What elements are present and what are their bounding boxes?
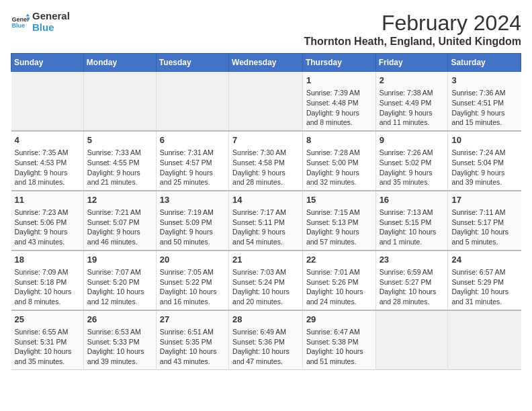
cell-text: Daylight: 10 hours (232, 347, 299, 357)
cell-text: Sunset: 5:15 PM (380, 218, 445, 228)
cell-text: and 18 minutes. (15, 177, 80, 187)
subtitle: Thornton Heath, England, United Kingdom (304, 36, 521, 48)
cell-text: Daylight: 10 hours (306, 287, 372, 297)
cell-text: Daylight: 10 hours (160, 347, 225, 357)
calendar-cell: 23Sunrise: 6:59 AMSunset: 5:27 PMDayligh… (375, 250, 448, 310)
cell-text: and 32 minutes. (306, 177, 372, 187)
svg-text:General: General (11, 15, 30, 22)
cell-text: Sunrise: 7:33 AM (87, 148, 152, 158)
calendar-cell: 15Sunrise: 7:15 AMSunset: 5:13 PMDayligh… (302, 191, 375, 250)
day-number: 23 (380, 254, 445, 266)
cell-text: Sunrise: 7:05 AM (160, 267, 225, 277)
cell-text: Sunrise: 7:07 AM (87, 267, 152, 277)
calendar-cell (375, 310, 448, 369)
cell-text: Sunset: 5:31 PM (15, 337, 80, 347)
header-row: SundayMondayTuesdayWednesdayThursdayFrid… (11, 54, 521, 72)
cell-text: Sunset: 4:55 PM (87, 158, 152, 168)
day-number: 21 (232, 254, 299, 266)
day-number: 12 (87, 194, 152, 206)
cell-text: Sunrise: 7:03 AM (232, 267, 299, 277)
cell-text: Sunset: 5:02 PM (380, 158, 445, 168)
header-thursday: Thursday (302, 54, 375, 72)
day-number: 22 (306, 254, 372, 266)
calendar-cell: 12Sunrise: 7:21 AMSunset: 5:07 PMDayligh… (83, 191, 156, 250)
cell-text: Sunrise: 7:26 AM (380, 148, 445, 158)
cell-text: Sunset: 4:49 PM (380, 98, 445, 108)
day-number: 6 (160, 134, 225, 146)
cell-text: and 50 minutes. (160, 237, 225, 247)
cell-text: Sunset: 5:09 PM (160, 218, 225, 228)
svg-marker-2 (26, 13, 30, 16)
calendar-cell: 6Sunrise: 7:31 AMSunset: 4:57 PMDaylight… (156, 131, 228, 191)
cell-text: Sunset: 5:17 PM (451, 218, 517, 228)
cell-text: Sunrise: 7:17 AM (232, 208, 299, 218)
calendar-cell: 22Sunrise: 7:01 AMSunset: 5:26 PMDayligh… (302, 250, 375, 310)
calendar-cell: 9Sunrise: 7:26 AMSunset: 5:02 PMDaylight… (375, 131, 448, 191)
calendar-cell: 5Sunrise: 7:33 AMSunset: 4:55 PMDaylight… (83, 131, 156, 191)
cell-text: Daylight: 9 hours (232, 227, 299, 237)
cell-text: Sunrise: 7:31 AM (160, 148, 225, 158)
header-wednesday: Wednesday (229, 54, 303, 72)
day-number: 13 (160, 194, 225, 206)
cell-text: Sunset: 5:27 PM (380, 277, 445, 287)
week-row-1: 1Sunrise: 7:39 AMSunset: 4:48 PMDaylight… (11, 72, 521, 131)
cell-text: Sunset: 5:20 PM (87, 277, 152, 287)
day-number: 24 (451, 254, 517, 266)
calendar-cell: 29Sunrise: 6:47 AMSunset: 5:38 PMDayligh… (302, 310, 375, 369)
calendar-cell: 21Sunrise: 7:03 AMSunset: 5:24 PMDayligh… (229, 250, 303, 310)
cell-text: Sunset: 5:04 PM (451, 158, 517, 168)
calendar-cell (448, 310, 521, 369)
calendar-cell: 25Sunrise: 6:55 AMSunset: 5:31 PMDayligh… (11, 310, 84, 369)
cell-text: Daylight: 9 hours (15, 227, 80, 237)
cell-text: and 43 minutes. (15, 237, 80, 247)
cell-text: Daylight: 10 hours (451, 227, 517, 237)
calendar-cell (229, 72, 303, 131)
cell-text: and 46 minutes. (87, 237, 152, 247)
cell-text: and 16 minutes. (160, 297, 225, 307)
cell-text: Sunrise: 6:59 AM (380, 267, 445, 277)
cell-text: Sunrise: 7:30 AM (232, 148, 299, 158)
logo-icon: General Blue (11, 13, 30, 32)
day-number: 26 (87, 314, 152, 326)
cell-text: Daylight: 9 hours (87, 227, 152, 237)
cell-text: Sunset: 4:48 PM (306, 98, 372, 108)
cell-text: Daylight: 10 hours (160, 287, 225, 297)
calendar-cell: 13Sunrise: 7:19 AMSunset: 5:09 PMDayligh… (156, 191, 228, 250)
logo: General Blue General Blue (11, 11, 70, 33)
cell-text: Sunrise: 7:36 AM (451, 88, 517, 98)
week-row-4: 18Sunrise: 7:09 AMSunset: 5:18 PMDayligh… (11, 250, 521, 310)
day-number: 7 (232, 134, 299, 146)
cell-text: Sunrise: 7:23 AM (15, 208, 80, 218)
day-number: 27 (160, 314, 225, 326)
cell-text: and 35 minutes. (15, 357, 80, 367)
calendar-cell: 3Sunrise: 7:36 AMSunset: 4:51 PMDaylight… (448, 72, 521, 131)
cell-text: Sunrise: 7:35 AM (15, 148, 80, 158)
header-friday: Friday (375, 54, 448, 72)
cell-text: Sunrise: 7:28 AM (306, 148, 372, 158)
cell-text: and 57 minutes. (306, 237, 372, 247)
cell-text: and 25 minutes. (160, 177, 225, 187)
cell-text: and 11 minutes. (380, 118, 445, 128)
main-title: February 2024 (304, 11, 521, 36)
cell-text: Sunrise: 6:51 AM (160, 327, 225, 337)
cell-text: Daylight: 10 hours (451, 287, 517, 297)
cell-text: Sunrise: 7:01 AM (306, 267, 372, 277)
cell-text: Sunset: 5:26 PM (306, 277, 372, 287)
cell-text: Sunset: 5:22 PM (160, 277, 225, 287)
calendar-cell (83, 72, 156, 131)
cell-text: Sunrise: 7:24 AM (451, 148, 517, 158)
cell-text: Sunset: 4:57 PM (160, 158, 225, 168)
cell-text: Sunrise: 7:11 AM (451, 208, 517, 218)
cell-text: Daylight: 10 hours (380, 227, 445, 237)
calendar-cell: 28Sunrise: 6:49 AMSunset: 5:36 PMDayligh… (229, 310, 303, 369)
cell-text: and 51 minutes. (306, 357, 372, 367)
cell-text: Sunrise: 7:21 AM (87, 208, 152, 218)
logo-general: General (32, 11, 70, 22)
cell-text: Sunset: 5:13 PM (306, 218, 372, 228)
cell-text: Daylight: 9 hours (87, 168, 152, 178)
day-number: 4 (15, 134, 80, 146)
cell-text: Sunset: 5:18 PM (15, 277, 80, 287)
day-number: 25 (15, 314, 80, 326)
week-row-5: 25Sunrise: 6:55 AMSunset: 5:31 PMDayligh… (11, 310, 521, 369)
cell-text: Daylight: 9 hours (380, 168, 445, 178)
